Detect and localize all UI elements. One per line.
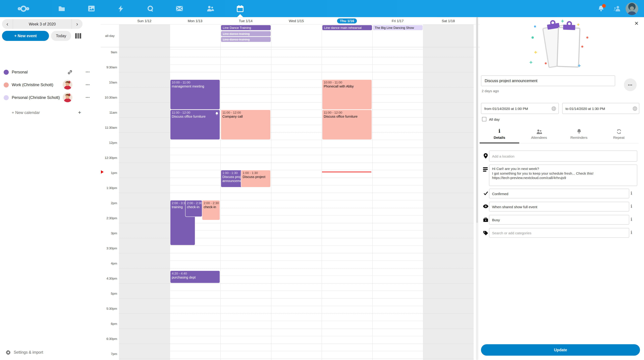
all-day-event[interactable]: Line dance training (221, 37, 271, 42)
categories-input[interactable] (489, 228, 629, 238)
day-header-thu[interactable]: Thu 1/16 (322, 17, 372, 24)
all-day-checkbox[interactable] (482, 117, 486, 121)
all-day-event[interactable]: Line Dance Training (221, 25, 271, 30)
calendar-color-dot (4, 69, 9, 75)
calendar-event[interactable]: 11:00 - 12:00Discuss office furniture (170, 110, 220, 140)
description-textarea[interactable]: Hi Carl! are you in next week? I got som… (489, 165, 637, 186)
calendar-list-item-work-christine[interactable]: Work (Christine Schott) ••• (0, 78, 100, 91)
event-time: 2:00 - 2:30 (187, 201, 201, 205)
today-button[interactable]: Today (51, 31, 71, 41)
calendar-week-view: Sun 1/12Mon 1/13Tue 1/14Wed 1/15Thu 1/16… (100, 17, 480, 360)
reminder-bell-icon (215, 111, 218, 117)
all-day-event[interactable]: Line dance training (221, 31, 271, 36)
attendees-icon (536, 128, 542, 134)
event-illustration (525, 19, 599, 74)
all-day-cell[interactable]: Line Dance TrainingLine dance trainingLi… (220, 24, 271, 47)
files-icon[interactable] (54, 0, 69, 17)
settings-import-label: Settings & import (14, 350, 43, 354)
user-avatar[interactable] (624, 0, 639, 17)
all-day-cell[interactable] (271, 24, 322, 47)
status-info-icon[interactable]: i (630, 191, 632, 196)
event-title: Phonecall with Abby (324, 84, 370, 88)
more-actions-icon[interactable]: ••• (86, 70, 90, 74)
calendar-list-item-personal[interactable]: Personal ••• (0, 66, 100, 78)
calendar-scrollbar[interactable] (476, 17, 478, 360)
contacts-icon[interactable] (203, 0, 218, 17)
talk-icon[interactable] (143, 0, 158, 17)
settings-import-button[interactable]: Settings & import (0, 347, 100, 357)
all-day-cell[interactable] (170, 24, 220, 47)
all-day-label: all-day (100, 24, 119, 47)
view-toggle-icon[interactable] (75, 33, 81, 38)
share-link-icon[interactable] (68, 69, 72, 75)
all-day-toggle[interactable]: All day (482, 117, 500, 121)
all-day-cell[interactable]: The Big Line Dancing Show (372, 24, 423, 47)
calendar-event[interactable]: 4:20 - 4:40purchasing dept (170, 270, 220, 283)
plus-icon: + (78, 110, 81, 116)
nextcloud-logo[interactable] (16, 0, 31, 17)
all-day-cell[interactable] (119, 24, 170, 47)
now-line (322, 171, 371, 172)
previous-week-button[interactable]: ‹ (2, 19, 13, 29)
close-icon[interactable]: ✕ (634, 20, 639, 26)
event-title-input[interactable] (481, 75, 615, 86)
availability-info-icon[interactable]: i (630, 217, 632, 222)
header-contacts-menu-icon[interactable] (610, 0, 624, 17)
day-events-layer (119, 47, 170, 360)
time-label: 10am (100, 80, 117, 84)
end-datetime-input[interactable] (562, 103, 639, 114)
calendar-event[interactable]: 1:00 - 1:30Discuss project (241, 170, 271, 187)
update-button[interactable]: Update (481, 344, 640, 356)
day-header-mon[interactable]: Mon 1/13 (170, 17, 220, 24)
photos-icon[interactable] (84, 0, 98, 17)
status-select[interactable] (489, 189, 629, 198)
next-week-button[interactable]: › (72, 19, 82, 29)
availability-select[interactable] (489, 215, 629, 225)
timezone-globe-icon[interactable] (632, 106, 637, 112)
tab-label: Reminders (570, 135, 588, 139)
time-label: 5pm (100, 292, 117, 295)
visibility-info-icon[interactable]: i (630, 204, 632, 209)
event-time: 2:00 - 2:30 (204, 201, 218, 205)
week-label[interactable]: Week 3 of 2020 (13, 22, 72, 26)
event-title: Discuss office furniture (172, 115, 218, 119)
calendar-event[interactable]: 10:00 - 11:00Phonecall with Abby (322, 79, 372, 110)
all-day-cell[interactable] (423, 24, 474, 47)
new-calendar-button[interactable]: + New calendar + (0, 107, 100, 118)
activity-icon[interactable] (113, 0, 128, 17)
calendar-event[interactable]: 2:00 - 2:30check-in (202, 200, 220, 220)
day-header-tue[interactable]: Tue 1/14 (220, 17, 271, 24)
event-more-actions-button[interactable]: ••• (624, 78, 636, 91)
tab-attendees[interactable]: Attendees (519, 127, 559, 143)
all-day-event[interactable]: Line dance main rehearsal (322, 25, 372, 30)
tab-repeat[interactable]: Repeat (599, 127, 639, 143)
all-day-event[interactable]: The Big Line Dancing Show (373, 25, 422, 30)
tab-reminders[interactable]: Reminders (559, 127, 599, 143)
calendar-icon[interactable] (233, 0, 248, 17)
calendar-list-item-personal-christine[interactable]: Personal (Christine Schott) ••• (0, 91, 100, 104)
notifications-bell-icon[interactable] (594, 0, 608, 17)
all-day-cell[interactable]: Line dance main rehearsal (322, 24, 372, 47)
day-header-sun[interactable]: Sun 1/12 (119, 17, 170, 24)
location-input[interactable] (489, 150, 637, 162)
visibility-select[interactable] (489, 202, 629, 212)
day-events-layer: 11:00 - 12:00Company call1:00 - 1:30Disc… (220, 47, 271, 360)
mail-icon[interactable] (172, 0, 187, 17)
categories-info-icon[interactable]: i (630, 230, 632, 235)
time-label: 5:30pm (100, 307, 117, 310)
start-datetime-input[interactable] (481, 103, 559, 114)
more-actions-icon[interactable]: ••• (86, 96, 90, 99)
event-time: 11:00 - 12:00 (222, 111, 269, 115)
day-header-fri[interactable]: Fri 1/17 (372, 17, 423, 24)
day-header-sat[interactable]: Sat 1/18 (423, 17, 474, 24)
calendar-event[interactable]: 10:00 - 11:00management meeting (170, 79, 220, 110)
day-header-wed[interactable]: Wed 1/15 (271, 17, 322, 24)
timezone-globe-icon[interactable] (552, 106, 556, 112)
calendar-event[interactable]: 2:00 - 2:30check-in (185, 200, 202, 217)
tab-details[interactable]: i Details (480, 127, 519, 143)
calendar-event[interactable]: 11:00 - 12:00Company call (221, 110, 271, 140)
more-actions-icon[interactable]: ••• (86, 83, 90, 86)
calendar-event[interactable]: 11:00 - 12:00Discuss office furniture (322, 110, 372, 140)
new-event-button[interactable]: + New event (2, 31, 49, 41)
time-label: 1:30pm (100, 186, 117, 190)
